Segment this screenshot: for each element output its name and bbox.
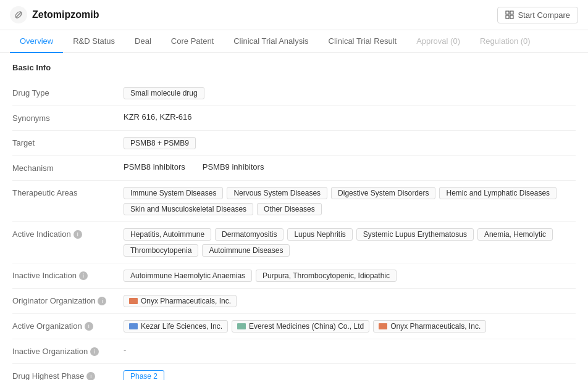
tag[interactable]: Digestive System Disorders	[331, 187, 435, 199]
tag[interactable]: Hepatitis, Autoimmune	[124, 228, 211, 241]
tag[interactable]: Systemic Lupus Erythematosus	[356, 228, 474, 241]
header-left: Zetomipzomib	[10, 6, 99, 23]
info-value: Phase 2	[124, 370, 576, 380]
org-logo	[129, 323, 138, 329]
org-name: Onyx Pharmaceuticals, Inc.	[390, 322, 481, 331]
phase-tag[interactable]: Phase 2	[124, 370, 164, 380]
info-icon[interactable]: i	[74, 230, 82, 239]
tab-regulation: Regulation (0)	[470, 30, 540, 53]
info-value: KZR 616, KZR-616	[124, 112, 576, 122]
table-row: Active IndicationiHepatitis, AutoimmuneD…	[12, 222, 576, 263]
tag[interactable]: Immune System Diseases	[124, 187, 223, 199]
mechanism-text: PSMB9 inhibitors	[203, 162, 264, 171]
info-label: Therapeutic Areas	[12, 187, 124, 197]
org-name: Kezar Life Sciences, Inc.	[141, 322, 222, 331]
table-row: Therapeutic AreasImmune System DiseasesN…	[12, 181, 576, 222]
info-value: Immune System DiseasesNervous System Dis…	[124, 187, 576, 215]
info-value: Onyx Pharmaceuticals, Inc.	[124, 295, 576, 307]
info-label: Drug Highest Phasei	[12, 370, 124, 380]
info-icon[interactable]: i	[86, 372, 95, 381]
org-tag[interactable]: Onyx Pharmaceuticals, Inc.	[373, 320, 486, 332]
info-label: Mechanism	[12, 162, 124, 173]
main-content: Basic Info Drug TypeSmall molecule drugS…	[0, 53, 588, 380]
tab-rd-status[interactable]: R&D Status	[63, 30, 125, 53]
org-logo	[379, 323, 387, 329]
table-row: Originator OrganizationiOnyx Pharmaceuti…	[12, 289, 576, 314]
info-icon[interactable]: i	[98, 297, 106, 305]
tab-clinical-trial-result[interactable]: Clinical Trial Result	[319, 30, 407, 53]
tag[interactable]: Thrombocytopenia	[124, 244, 198, 257]
table-row: MechanismPSMB8 inhibitors PSMB9 inhibito…	[12, 156, 576, 181]
info-icon[interactable]: i	[85, 322, 93, 331]
info-text: KZR 616, KZR-616	[124, 112, 192, 122]
svg-rect-5	[510, 15, 513, 19]
tag[interactable]: Lupus Nephritis	[287, 228, 352, 241]
tab-core-patent[interactable]: Core Patent	[161, 30, 224, 53]
table-row: SynonymsKZR 616, KZR-616	[12, 106, 576, 131]
info-value: PSMB8 + PSMB9	[124, 137, 576, 149]
svg-rect-2	[506, 11, 509, 14]
org-logo	[129, 298, 138, 304]
org-name: Onyx Pharmaceuticals, Inc.	[141, 297, 231, 305]
tag[interactable]: Hemic and Lymphatic Diseases	[439, 187, 556, 199]
tag[interactable]: Anemia, Hemolytic	[477, 228, 553, 241]
info-icon[interactable]: i	[90, 347, 99, 356]
tag[interactable]: Purpura, Thrombocytopenic, Idiopathic	[256, 270, 397, 282]
org-logo	[237, 323, 246, 329]
nav-tabs: OverviewR&D StatusDealCore PatentClinica…	[0, 30, 588, 53]
info-value: Hepatitis, AutoimmuneDermatomyositisLupu…	[124, 228, 576, 257]
table-row: TargetPSMB8 + PSMB9	[12, 131, 576, 156]
tag[interactable]: Nervous System Diseases	[227, 187, 327, 199]
tab-deal[interactable]: Deal	[125, 30, 161, 53]
drug-icon	[10, 6, 27, 23]
table-row: Active OrganizationiKezar Life Sciences,…	[12, 314, 576, 339]
section-title: Basic Info	[12, 63, 576, 72]
info-icon[interactable]: i	[79, 271, 88, 280]
tag[interactable]: Skin and Musculoskeletal Diseases	[124, 203, 253, 215]
tag[interactable]: Small molecule drug	[124, 87, 204, 99]
info-label: Inactive Organizationi	[12, 345, 124, 356]
info-value: PSMB8 inhibitors PSMB9 inhibitors	[124, 162, 576, 171]
table-row: Drug Highest PhaseiPhase 2	[12, 364, 576, 380]
mechanism-text: PSMB8 inhibitors	[124, 162, 185, 171]
info-value: Autoimmune Haemolytic AnaemiasPurpura, T…	[124, 270, 576, 282]
start-compare-button[interactable]: Start Compare	[497, 7, 578, 23]
info-label: Target	[12, 137, 124, 147]
org-name: Everest Medicines (China) Co., Ltd	[249, 322, 364, 331]
org-tag[interactable]: Kezar Life Sciences, Inc.	[124, 320, 228, 332]
tab-approval: Approval (0)	[406, 30, 470, 53]
info-label: Synonyms	[12, 112, 124, 123]
svg-rect-4	[506, 15, 509, 19]
table-row: Inactive Organizationi-	[12, 339, 576, 364]
page-header: Zetomipzomib Start Compare	[0, 0, 588, 30]
org-tag[interactable]: Onyx Pharmaceuticals, Inc.	[124, 295, 237, 307]
info-label: Inactive Indicationi	[12, 270, 124, 280]
info-value: Small molecule drug	[124, 87, 576, 99]
empty-value: -	[124, 345, 126, 355]
tag[interactable]: Autoimmune Diseases	[202, 244, 290, 257]
svg-rect-3	[510, 11, 513, 14]
compare-icon	[505, 10, 514, 19]
table-row: Inactive IndicationiAutoimmune Haemolyti…	[12, 263, 576, 289]
org-tag[interactable]: Everest Medicines (China) Co., Ltd	[232, 320, 369, 332]
info-value: Kezar Life Sciences, Inc.Everest Medicin…	[124, 320, 576, 332]
table-row: Drug TypeSmall molecule drug	[12, 81, 576, 106]
drug-name: Zetomipzomib	[32, 9, 99, 20]
tab-overview[interactable]: Overview	[10, 30, 63, 53]
tab-clinical-trial-analysis[interactable]: Clinical Trial Analysis	[224, 30, 318, 53]
tag[interactable]: PSMB8 + PSMB9	[124, 137, 196, 149]
tag[interactable]: Other Diseases	[257, 203, 322, 215]
info-label: Active Organizationi	[12, 320, 124, 331]
compare-label: Start Compare	[518, 10, 570, 20]
info-label: Active Indicationi	[12, 228, 124, 239]
info-label: Drug Type	[12, 87, 124, 97]
info-label: Originator Organizationi	[12, 295, 124, 305]
info-value: -	[124, 345, 576, 355]
tag[interactable]: Dermatomyositis	[215, 228, 284, 241]
tag[interactable]: Autoimmune Haemolytic Anaemias	[124, 270, 252, 282]
info-rows-container: Drug TypeSmall molecule drugSynonymsKZR …	[12, 81, 576, 380]
